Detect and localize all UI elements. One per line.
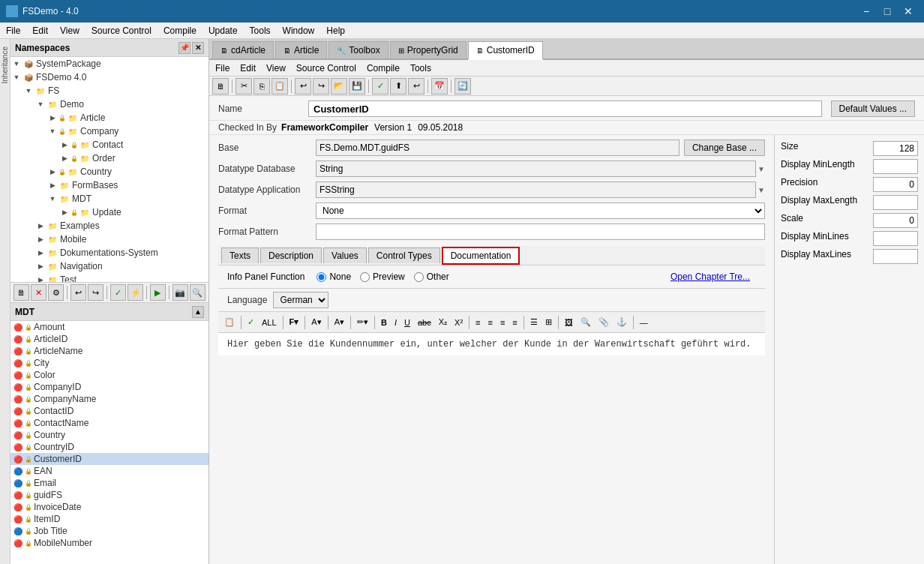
- expander-icon[interactable]: ▶: [34, 233, 46, 245]
- mdt-item-mobilenumber[interactable]: 🔴 🔒 MobileNumber: [10, 537, 208, 549]
- tree-item-mobile[interactable]: ▶ 📁 Mobile: [10, 232, 208, 246]
- tree-item-dokusystem[interactable]: ▶ 📁 Dokumentations-System: [10, 246, 208, 260]
- menu-source-control[interactable]: Source Control: [86, 24, 158, 38]
- mdt-item-email[interactable]: 🔵 🔒 Email: [10, 477, 208, 489]
- expander-icon[interactable]: ▼: [10, 58, 22, 70]
- save-button[interactable]: 💾: [349, 78, 365, 94]
- expander-icon[interactable]: ▶: [46, 166, 58, 178]
- mdt-item-ean[interactable]: 🔵 🔒 EAN: [10, 465, 208, 477]
- expander-icon[interactable]: ▶: [58, 206, 70, 218]
- refresh-button[interactable]: 🔄: [454, 78, 471, 94]
- sub-menu-file[interactable]: File: [212, 62, 232, 74]
- sub-menu-view[interactable]: View: [263, 62, 289, 74]
- mdt-item-country[interactable]: 🔴 🔒 Country: [10, 429, 208, 441]
- redo-btn2[interactable]: ↪: [313, 78, 329, 94]
- ed-align-left-btn[interactable]: ≡: [472, 317, 483, 328]
- inner-tab-documentation[interactable]: Documentation: [442, 247, 520, 265]
- mdt-item-articlename[interactable]: 🔴 🔒 ArticleName: [10, 345, 208, 357]
- ed-italic-btn[interactable]: I: [392, 317, 400, 328]
- screenshot-button[interactable]: 📷: [172, 284, 188, 301]
- mdt-item-invoicedate[interactable]: 🔴 🔒 InvoiceDate: [10, 501, 208, 513]
- ed-special-btn[interactable]: 📎: [596, 316, 612, 328]
- size-input[interactable]: [873, 141, 918, 156]
- open-chapter-link[interactable]: Open Chapter Tre...: [664, 270, 756, 284]
- tab-propertygrid[interactable]: ⊞ PropertyGrid: [390, 41, 466, 58]
- tree-item-demo[interactable]: ▼ 📁 Demo: [10, 98, 208, 111]
- check-button[interactable]: ✓: [110, 284, 126, 301]
- tab-article[interactable]: 🗎 Article: [275, 41, 327, 58]
- ed-strikethrough-btn[interactable]: abc: [415, 317, 434, 328]
- copy-button[interactable]: ⎘: [254, 78, 270, 94]
- expander-icon[interactable]: ▶: [58, 152, 70, 164]
- back-button[interactable]: ↩: [408, 78, 424, 94]
- ed-all-btn[interactable]: ALL: [259, 317, 280, 328]
- display-maxlength-input[interactable]: [873, 195, 918, 210]
- expander-icon[interactable]: ▼: [22, 85, 34, 97]
- tree-item-order[interactable]: ▶ 🔒 📁 Order: [10, 152, 208, 165]
- mdt-tree[interactable]: 🔴 🔒 Amount 🔴 🔒 ArticleID 🔴 🔒 ArticleName…: [10, 321, 208, 564]
- up-button[interactable]: ⬆: [390, 78, 406, 94]
- mdt-item-companyname[interactable]: 🔴 🔒 CompanyName: [10, 393, 208, 405]
- sub-menu-source-control[interactable]: Source Control: [293, 62, 359, 74]
- sub-menu-edit[interactable]: Edit: [237, 62, 259, 74]
- inner-tab-control-types[interactable]: Control Types: [368, 248, 440, 263]
- ed-highlight-btn[interactable]: ✏▾: [354, 316, 371, 328]
- radio-other[interactable]: Other: [414, 272, 449, 282]
- cut-button[interactable]: ✂: [236, 78, 252, 94]
- mdt-item-companyid[interactable]: 🔴 🔒 CompanyID: [10, 381, 208, 393]
- run-button[interactable]: ▶: [150, 284, 166, 301]
- menu-tools[interactable]: Tools: [244, 24, 277, 38]
- name-input[interactable]: [308, 100, 822, 117]
- compile-button[interactable]: ⚡: [128, 284, 143, 301]
- tree-item-formbases[interactable]: ▶ 📁 FormBases: [10, 178, 208, 192]
- expander-icon[interactable]: ▶: [34, 274, 46, 282]
- expander-icon[interactable]: ▶: [34, 260, 46, 272]
- display-minlines-input[interactable]: [873, 231, 918, 246]
- expander-icon[interactable]: ▶: [46, 179, 58, 191]
- tree-item-examples[interactable]: ▶ 📁 Examples: [10, 219, 208, 232]
- mdt-item-city[interactable]: 🔴 🔒 City: [10, 357, 208, 369]
- mdt-item-articleid[interactable]: 🔴 🔒 ArticleID: [10, 333, 208, 345]
- tree-item-company[interactable]: ▼ 🔒 📁 Company: [10, 124, 208, 138]
- paste-button[interactable]: 📋: [272, 78, 288, 94]
- content-editor[interactable]: Hier geben Sie die Kundennummer ein, unt…: [218, 333, 765, 356]
- tree-item-fsdemo[interactable]: ▼ 📦 FSDemo 4.0: [10, 70, 208, 84]
- tree-item-fs[interactable]: ▼ 📁 FS: [10, 84, 208, 98]
- radio-preview[interactable]: Preview: [360, 272, 405, 282]
- mdt-item-contactname[interactable]: 🔴 🔒 ContactName: [10, 417, 208, 429]
- tree-item-mdt[interactable]: ▼ 📁 MDT: [10, 192, 208, 206]
- tree-item-test[interactable]: ▶ 📁 Test: [10, 273, 208, 282]
- undo-btn2[interactable]: ↩: [295, 78, 311, 94]
- tab-cdarticle[interactable]: 🗎 cdArticle: [212, 41, 274, 58]
- sub-menu-tools[interactable]: Tools: [407, 62, 434, 74]
- expander-icon[interactable]: ▶: [34, 220, 46, 232]
- mdt-item-color[interactable]: 🔴 🔒 Color: [10, 369, 208, 381]
- tree-item-contact[interactable]: ▶ 🔒 📁 Contact: [10, 138, 208, 152]
- mdt-item-itemid[interactable]: 🔴 🔒 ItemID: [10, 513, 208, 525]
- minimize-button[interactable]: −: [856, 4, 876, 19]
- scale-input[interactable]: [873, 213, 918, 228]
- new-button[interactable]: 🗎: [14, 284, 29, 301]
- ed-list-btn[interactable]: ☰: [527, 316, 541, 328]
- menu-view[interactable]: View: [54, 24, 86, 38]
- sub-menu-compile[interactable]: Compile: [364, 62, 403, 74]
- inner-tab-texts[interactable]: Texts: [221, 248, 259, 263]
- new-doc-button[interactable]: 🗎: [212, 78, 229, 94]
- tab-toolbox[interactable]: 🔧 Toolbox: [328, 41, 388, 58]
- close-button[interactable]: ✕: [898, 4, 918, 19]
- datatype-application-input[interactable]: [316, 182, 756, 198]
- change-base-button[interactable]: Change Base ...: [684, 140, 765, 156]
- ed-underline-btn[interactable]: U: [401, 317, 413, 328]
- inner-tab-description[interactable]: Description: [260, 248, 322, 263]
- mdt-item-amount[interactable]: 🔴 🔒 Amount: [10, 321, 208, 333]
- datatype-database-input[interactable]: [316, 160, 756, 177]
- menu-window[interactable]: Window: [277, 24, 321, 38]
- namespace-tree[interactable]: ▼ 📦 SystemPackage ▼ 📦 FSDemo 4.0 ▼ 📁 FS …: [10, 57, 208, 282]
- ed-align-justify-btn[interactable]: ≡: [509, 317, 520, 328]
- maximize-button[interactable]: □: [878, 4, 897, 19]
- expander-icon[interactable]: ▼: [46, 125, 58, 137]
- mdt-up-button[interactable]: ▲: [192, 306, 204, 318]
- redo-button[interactable]: ↪: [88, 284, 104, 301]
- tree-item-navigation[interactable]: ▶ 📁 Navigation: [10, 260, 208, 273]
- mdt-item-countryid[interactable]: 🔴 🔒 CountryID: [10, 441, 208, 453]
